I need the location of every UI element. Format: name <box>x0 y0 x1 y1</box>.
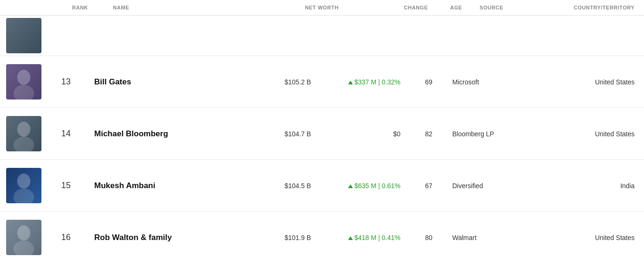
triangle-up-icon <box>348 236 353 240</box>
name-cell: Michael Bloomberg <box>85 129 245 139</box>
avatar-partial <box>6 18 41 53</box>
avatar-svg <box>6 168 41 203</box>
change-value: $418 M | 0.41% <box>354 234 400 241</box>
table-body: 13 Bill Gates $105.2 B $337 M | 0.32% 69… <box>0 56 644 257</box>
age-value: 82 <box>405 130 452 138</box>
table-row[interactable]: 16 Rob Walton & family $101.9 B $418 M |… <box>0 212 644 257</box>
avatar-svg <box>6 220 41 255</box>
svg-point-2 <box>17 122 30 137</box>
networth-value: $105.2 B <box>245 78 311 86</box>
networth-value: $104.7 B <box>245 130 311 138</box>
header-country: COUNTRY/TERRITORY <box>574 5 644 10</box>
country-value: India <box>546 182 644 190</box>
change-cell: $418 M | 0.41% <box>311 234 405 241</box>
rank-value: 15 <box>47 181 85 191</box>
partial-row <box>0 16 644 56</box>
country-value: United States <box>546 234 644 241</box>
svg-point-6 <box>17 225 30 240</box>
avatar-svg <box>6 64 41 99</box>
name-cell: Mukesh Ambani <box>85 181 245 191</box>
header-change: CHANGE <box>339 5 433 10</box>
age-value: 69 <box>405 78 452 86</box>
name-cell: Rob Walton & family <box>85 233 245 242</box>
change-value: $635 M | 0.61% <box>354 182 400 190</box>
change-cell: $0 <box>311 130 405 138</box>
age-value: 80 <box>405 234 452 241</box>
header-rank: RANK <box>47 5 104 10</box>
networth-value: $101.9 B <box>245 234 311 241</box>
avatar-svg <box>6 116 41 151</box>
change-cell: $337 M | 0.32% <box>311 78 405 86</box>
header-networth: NET WORTH <box>273 5 339 10</box>
header-age: AGE <box>432 5 480 10</box>
name-text: Rob Walton & family <box>94 233 172 242</box>
avatar <box>6 220 41 255</box>
change-value: $0 <box>393 130 400 138</box>
networth-value: $104.5 B <box>245 182 311 190</box>
country-value: United States <box>546 130 644 138</box>
change-cell: $635 M | 0.61% <box>311 182 405 190</box>
triangle-up-icon <box>348 184 353 188</box>
age-value: 67 <box>405 182 452 190</box>
country-value: United States <box>546 78 644 86</box>
source-value: Walmart <box>452 234 546 241</box>
change-value: $337 M | 0.32% <box>354 78 400 86</box>
svg-point-3 <box>13 137 34 151</box>
table-row[interactable]: 15 Mukesh Ambani $104.5 B $635 M | 0.61%… <box>0 160 644 212</box>
svg-point-5 <box>13 189 34 203</box>
name-text: Bill Gates <box>94 77 131 86</box>
source-value: Microsoft <box>452 78 546 86</box>
rank-value: 14 <box>47 129 85 139</box>
svg-point-4 <box>17 174 30 189</box>
avatar-cell <box>0 168 47 203</box>
name-text: Mukesh Ambani <box>94 181 155 190</box>
header-source: SOURCE <box>480 5 574 10</box>
avatar <box>6 64 41 99</box>
avatar-cell <box>0 64 47 99</box>
avatar-cell <box>0 116 47 151</box>
table-row[interactable]: 14 Michael Bloomberg $104.7 B $0 82 Bloo… <box>0 108 644 160</box>
avatar <box>6 168 41 203</box>
name-cell: Bill Gates <box>85 77 245 87</box>
avatar-cell-partial <box>0 18 47 53</box>
source-value: Bloomberg LP <box>452 130 546 138</box>
svg-point-7 <box>13 240 34 255</box>
avatar <box>6 116 41 151</box>
table-header: RANK NAME NET WORTH CHANGE AGE SOURCE CO… <box>0 0 644 16</box>
rank-value: 16 <box>47 232 85 242</box>
header-name: NAME <box>104 5 273 10</box>
avatar-cell <box>0 220 47 255</box>
name-text: Michael Bloomberg <box>94 129 168 138</box>
triangle-up-icon <box>348 81 353 84</box>
rank-value: 13 <box>47 77 85 87</box>
svg-point-1 <box>13 85 34 99</box>
table-row[interactable]: 13 Bill Gates $105.2 B $337 M | 0.32% 69… <box>0 56 644 108</box>
source-value: Diversified <box>452 182 546 190</box>
svg-point-0 <box>17 70 30 85</box>
